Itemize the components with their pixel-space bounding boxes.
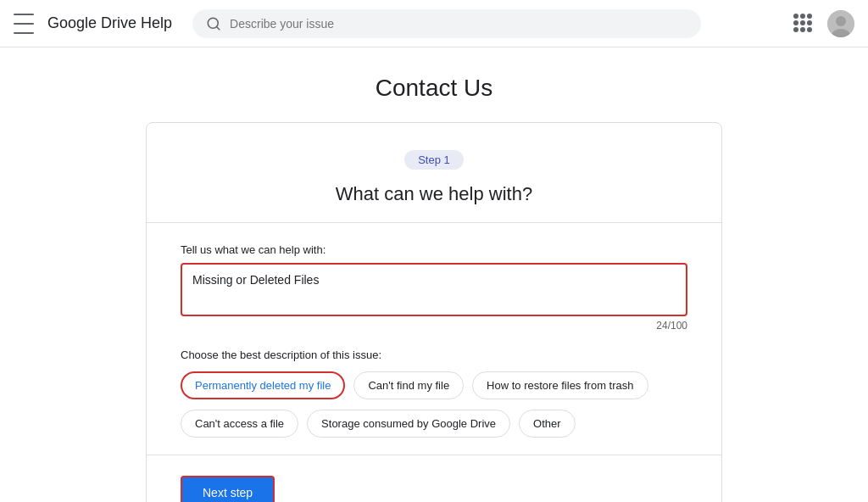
- bottom-divider: [147, 455, 721, 455]
- desc-label: Choose the best description of this issu…: [181, 349, 687, 361]
- app-header: Google Drive Help: [0, 0, 868, 47]
- menu-icon[interactable]: [14, 14, 34, 34]
- search-bar[interactable]: [192, 9, 701, 38]
- step-badge: Step 1: [404, 150, 464, 170]
- step-badge-wrap: Step 1: [181, 150, 687, 170]
- apps-icon[interactable]: [793, 14, 814, 34]
- chip-cant-find[interactable]: Can't find my file: [353, 371, 464, 399]
- chip-cant-access[interactable]: Can't access a file: [181, 410, 298, 438]
- next-step-button[interactable]: Next step: [181, 476, 275, 502]
- svg-line-1: [217, 26, 220, 29]
- chip-restore-from-trash[interactable]: How to restore files from trash: [472, 371, 648, 399]
- contact-form-card: Step 1 What can we help with? Tell us wh…: [146, 122, 722, 502]
- chip-storage-consumed[interactable]: Storage consumed by Google Drive: [307, 410, 510, 438]
- chip-permanently-deleted[interactable]: Permanently deleted my file: [181, 371, 345, 399]
- svg-point-3: [836, 16, 846, 26]
- chips-row-2: Can't access a file Storage consumed by …: [181, 410, 687, 438]
- top-divider: [147, 222, 721, 223]
- text-input-wrap[interactable]: [181, 263, 687, 316]
- search-icon: [206, 16, 221, 31]
- char-count: 24/100: [181, 320, 687, 332]
- main-content: Contact Us Step 1 What can we help with?…: [0, 47, 868, 502]
- header-right: [793, 10, 854, 37]
- app-logo: Google Drive Help: [47, 14, 172, 32]
- chip-other[interactable]: Other: [519, 410, 576, 438]
- chips-row-1: Permanently deleted my file Can't find m…: [181, 371, 687, 399]
- page-title: Contact Us: [376, 75, 493, 102]
- field-label: Tell us what we can help with:: [181, 243, 687, 256]
- card-heading: What can we help with?: [181, 183, 687, 205]
- help-textarea[interactable]: [192, 273, 676, 304]
- search-input[interactable]: [230, 17, 687, 31]
- avatar[interactable]: [827, 10, 854, 37]
